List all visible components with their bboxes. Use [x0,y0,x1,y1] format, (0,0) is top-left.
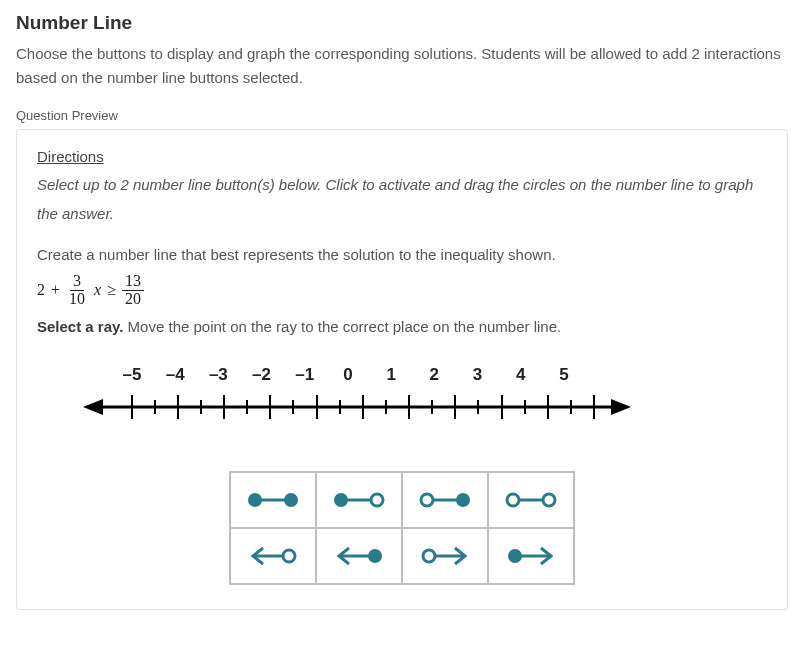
math-frac1-den: 10 [66,291,88,308]
math-const: 2 [37,281,45,299]
math-variable: x [94,281,101,299]
svg-point-26 [334,493,348,507]
directions-heading: Directions [37,148,767,165]
tick-label: 4 [506,365,536,385]
tool-segment-open-closed[interactable] [402,472,488,528]
page-title: Number Line [16,12,788,34]
number-line[interactable]: –5 –4 –3 –2 –1 0 1 2 3 4 5 [77,365,747,431]
svg-point-27 [371,494,383,506]
svg-point-41 [508,549,522,563]
question-preview-label: Question Preview [16,108,788,123]
svg-point-30 [456,493,470,507]
tick-label: –1 [290,365,320,385]
math-frac2-num: 13 [122,273,144,291]
segment-closed-open-icon [331,488,387,512]
math-relation: ≥ [107,281,116,299]
tick-label: 5 [549,365,579,385]
math-plus: + [51,281,60,299]
segment-closed-closed-icon [245,488,301,512]
tool-segment-closed-closed[interactable] [230,472,316,528]
directions-body: Select up to 2 number line button(s) bel… [37,171,767,228]
inequality-expression: 2 + 3 10 x ≥ 13 20 [37,273,767,308]
svg-point-29 [421,494,433,506]
tool-ray-right-open[interactable] [402,528,488,584]
tool-segment-closed-open[interactable] [316,472,402,528]
ray-right-open-icon [417,544,473,568]
svg-point-24 [284,493,298,507]
math-fraction-2: 13 20 [122,273,144,308]
ray-instruction: Select a ray. Move the point on the ray … [37,318,767,335]
tool-segment-open-open[interactable] [488,472,574,528]
page-subtitle: Choose the buttons to display and graph … [16,42,788,90]
tick-label: 3 [463,365,493,385]
tick-label: 2 [419,365,449,385]
tick-label: –2 [247,365,277,385]
math-frac1-num: 3 [70,273,84,291]
svg-point-39 [423,550,435,562]
svg-point-23 [248,493,262,507]
segment-open-open-icon [503,488,559,512]
ray-instruction-rest: Move the point on the ray to the correct… [123,318,561,335]
svg-point-32 [507,494,519,506]
number-line-svg[interactable] [77,387,637,427]
tick-label: –3 [203,365,233,385]
question-preview-box: Directions Select up to 2 number line bu… [16,129,788,610]
ray-left-closed-icon [331,544,387,568]
tick-label: 0 [333,365,363,385]
tool-ray-left-closed[interactable] [316,528,402,584]
tick-label: 1 [376,365,406,385]
tick-label: –5 [117,365,147,385]
question-prompt: Create a number line that best represent… [37,246,767,263]
tick-label: –4 [160,365,190,385]
math-frac2-den: 20 [122,291,144,308]
tool-palette [229,471,575,585]
tool-ray-right-closed[interactable] [488,528,574,584]
arrow-left-icon [83,399,103,415]
arrow-right-icon [611,399,631,415]
ray-left-open-icon [245,544,301,568]
number-line-labels: –5 –4 –3 –2 –1 0 1 2 3 4 5 [117,365,579,385]
svg-point-35 [283,550,295,562]
svg-point-33 [543,494,555,506]
ray-instruction-bold: Select a ray. [37,318,123,335]
ray-right-closed-icon [503,544,559,568]
tool-ray-left-open[interactable] [230,528,316,584]
segment-open-closed-icon [417,488,473,512]
svg-point-37 [368,549,382,563]
math-fraction-1: 3 10 [66,273,88,308]
